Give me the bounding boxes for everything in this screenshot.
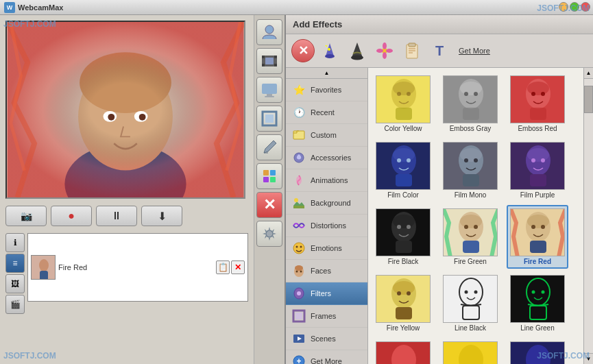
fire-green-thumb [443,208,498,256]
nav-get-more[interactable]: + Get More [286,350,367,364]
track-delete-button[interactable]: ✕ [231,260,245,274]
nav-accessories[interactable]: Accessories [286,147,367,169]
filters-label: Filters [311,289,331,298]
nav-custom[interactable]: Custom [286,124,367,147]
nav-distortions[interactable]: Distortions [286,215,367,237]
svg-point-57 [297,291,301,295]
wizard-hat-icon [320,41,339,60]
film-mono-thumb [443,142,498,190]
effect-fire-yellow[interactable]: Fire Yellow [372,271,434,335]
text-icon: T [435,43,444,59]
svg-rect-12 [40,271,48,280]
paste-icon: 📋 [218,263,228,272]
effects-scroll-down[interactable]: ▼ [584,353,593,364]
get-more-link[interactable]: Get More [459,47,490,55]
nav-faces[interactable]: Faces [286,260,367,282]
nav-background[interactable]: Background [286,192,367,215]
tools-button[interactable] [256,163,282,189]
pause-button[interactable]: ⏸ [96,206,137,226]
svg-point-51 [300,246,302,248]
clipboard-icon [402,41,422,60]
record-button[interactable]: ● [51,206,92,226]
track-paste-button[interactable]: 📋 [216,260,230,274]
effect-fire-red[interactable]: Fire Red [507,205,568,269]
witch-hat-button[interactable] [345,38,370,63]
get-more-nav-icon: + [291,354,306,364]
nav-filters[interactable]: Filters [286,282,367,305]
effect-fire-green[interactable]: Fire Green [439,205,501,269]
minimize-button[interactable] [559,2,568,12]
effects-scroll-thumb[interactable] [584,86,593,113]
remove-all-button[interactable]: ✕ [291,39,315,62]
film-button[interactable] [256,48,282,74]
camera-button[interactable]: 📷 [5,206,47,226]
effects-toolbar: ✕ [286,34,593,68]
nav-scroll-up[interactable]: ▲ [286,68,367,79]
svg-point-97 [527,148,549,162]
effect-bottom1[interactable] [372,338,434,364]
effects-row-4: Fire Yellow [372,271,579,335]
svg-rect-118 [530,241,546,253]
effect-line-green[interactable]: Line Green [507,271,568,335]
svg-rect-106 [396,241,412,253]
effect-color-yellow[interactable]: Color Yellow [372,72,434,136]
svg-point-115 [527,215,549,228]
nav-recent[interactable]: 🕐 Recent [286,101,367,124]
effects-row-1: Color Yellow [372,72,579,136]
delete-icon: ✕ [234,263,241,272]
effect-fire-black[interactable]: Fire Black [372,205,434,269]
close-button[interactable] [581,2,590,12]
effect-film-color[interactable]: Film Color [372,138,434,202]
filters-icon [291,286,306,301]
svg-point-91 [460,148,482,162]
screen-button[interactable] [256,77,282,103]
svg-point-67 [393,82,415,95]
edit-button[interactable] [256,134,282,160]
flower-button[interactable] [372,38,397,63]
svg-rect-40 [409,43,415,47]
frame-button[interactable] [256,106,282,132]
tab-list[interactable]: ≡ [5,254,25,273]
wizard-button[interactable] [317,38,342,63]
tab-video[interactable]: 🎬 [5,295,25,314]
line-green-thumb [510,275,565,323]
svg-point-85 [393,148,415,162]
effect-film-purple[interactable]: Film Purple [507,138,568,202]
tab-gallery[interactable]: 🖼 [5,274,25,293]
faces-label: Faces [311,267,331,275]
left-panel: 📷 ● ⏸ ⬇ ℹ ≡ 🖼 [0,15,254,364]
text-button[interactable]: T [427,38,452,63]
svg-point-37 [376,49,383,53]
maximize-button[interactable] [570,2,579,12]
effect-bottom2[interactable] [439,338,501,364]
nav-favorites[interactable]: ⭐ Favorites [286,79,367,101]
emboss-red-label: Emboss Red [518,125,557,132]
svg-point-93 [474,158,478,162]
download-button[interactable]: ⬇ [141,206,182,226]
settings-button[interactable] [256,221,282,247]
svg-point-87 [407,158,411,162]
effects-row-5 [372,338,579,364]
line-black-thumb [443,275,498,323]
effects-scroll-up[interactable]: ▲ [584,68,593,79]
add-effects-panel: Add Effects ✕ [285,15,593,364]
film-color-thumb [376,142,431,190]
emboss-red-thumb [510,75,565,123]
nav-scenes[interactable]: Scenes [286,328,367,350]
effect-line-black[interactable]: Line Black [439,271,501,335]
tab-info[interactable]: ℹ [5,233,25,252]
svg-rect-18 [274,64,277,66]
effect-emboss-red[interactable]: Emboss Red [507,72,568,136]
nav-emotions[interactable]: Emotions [286,237,367,260]
effect-film-mono[interactable]: Film Mono [439,138,501,202]
effect-bottom3[interactable] [507,338,568,364]
effect-emboss-gray[interactable]: Emboss Gray [439,72,501,136]
svg-point-11 [39,259,49,271]
avatar-button[interactable] [256,19,282,45]
nav-frames[interactable]: Frames [286,305,367,328]
app-title: WebcamMax [18,3,63,12]
remove-effect-button[interactable]: ✕ [256,192,282,218]
nav-animations[interactable]: Animations [286,169,367,192]
svg-point-46 [296,176,302,184]
clipboard-button[interactable] [400,38,424,63]
